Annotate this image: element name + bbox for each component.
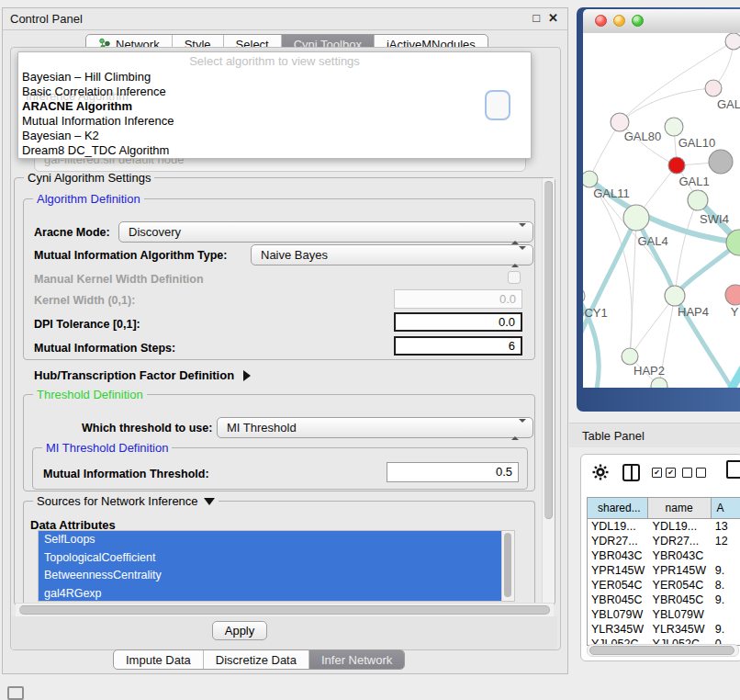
close-panel-icon[interactable]: ✕: [548, 11, 558, 25]
column-header-shared-name[interactable]: shared...: [588, 498, 647, 518]
mi-type-combo[interactable]: Naive Bayes: [251, 244, 533, 265]
network-edge[interactable]: [620, 88, 713, 122]
table-row[interactable]: YBR045CYBR045C9.: [588, 593, 740, 607]
aracne-mode-combo[interactable]: Discovery: [118, 221, 533, 243]
network-canvas[interactable]: GALGAL80GAL10GAL1GAL11SWI4GAL4HAP4YGCY1H…: [583, 33, 740, 388]
table-row[interactable]: YBR043CYBR043C: [588, 548, 740, 563]
which-threshold-label: Which threshold to use:: [82, 422, 212, 435]
sources-group-label: Sources for Network Inference: [37, 494, 198, 508]
table-panel-card: ✔ ✔ shared... name A YDL19...YDL19...13 …: [580, 454, 740, 661]
mi-type-value: Naive Bayes: [261, 248, 328, 262]
column-header-a[interactable]: A: [711, 498, 740, 518]
network-node[interactable]: [725, 33, 740, 50]
scrollbar-thumb[interactable]: [589, 646, 734, 655]
restore-panel-icon[interactable]: [7, 686, 24, 700]
menu-item-dream8[interactable]: Dream8 DC_TDC Algorithm: [18, 143, 531, 158]
apply-strip: [12, 616, 557, 649]
tab-impute-data[interactable]: Impute Data: [114, 650, 203, 669]
network-node[interactable]: [611, 113, 629, 131]
network-node-label: Y: [731, 305, 739, 319]
close-window-icon[interactable]: [595, 15, 607, 27]
network-node[interactable]: [665, 118, 683, 136]
dpi-tolerance-input[interactable]: 0.0: [394, 312, 522, 332]
network-node[interactable]: [623, 205, 649, 231]
kernel-width-input[interactable]: 0.0: [394, 289, 522, 309]
network-window-titlebar[interactable]: [583, 9, 740, 34]
network-node[interactable]: [688, 190, 708, 210]
table-horizontal-scrollbar[interactable]: [587, 644, 739, 657]
network-node[interactable]: [583, 171, 598, 187]
network-edge[interactable]: [630, 296, 675, 356]
aracne-mode-value: Discovery: [129, 225, 181, 239]
table-row[interactable]: YER054CYER054C8.: [588, 578, 740, 593]
mi-threshold-group-title: MI Threshold Definition: [42, 441, 172, 455]
settings-vertical-scrollbar[interactable]: [542, 178, 555, 603]
mi-threshold-input[interactable]: 0.5: [387, 462, 519, 482]
table-row[interactable]: YDR27...YDR27...12: [588, 534, 740, 548]
network-node[interactable]: [583, 288, 585, 304]
network-node-label: HAP2: [633, 364, 665, 378]
attribute-gal4rgexp[interactable]: gal4RGexp: [39, 585, 502, 603]
network-node[interactable]: [709, 150, 733, 174]
which-threshold-combo[interactable]: MI Threshold: [217, 417, 533, 438]
zoom-window-icon[interactable]: [632, 15, 644, 27]
table-row[interactable]: YBL079WYBL079W: [588, 607, 740, 622]
attribute-betweennesscentrality[interactable]: BetweennessCentrality: [39, 567, 502, 585]
table-panel-titlebar[interactable]: Table Panel: [569, 423, 740, 447]
expand-arrow-icon[interactable]: [243, 370, 251, 381]
unchecked-box-icon: [682, 468, 692, 478]
kernel-width-label: Kernel Width (0,1):: [34, 294, 135, 307]
table-settings-gear-icon[interactable]: [592, 464, 609, 484]
column-header-name[interactable]: name: [647, 498, 711, 518]
network-edge[interactable]: [630, 218, 636, 356]
tab-infer-network[interactable]: Infer Network: [308, 650, 404, 669]
combo-stepper-icon: [511, 227, 526, 241]
deselect-all-icon[interactable]: [682, 468, 706, 478]
algorithm-placeholder: Select algorithm to view settings: [18, 54, 531, 70]
collapse-arrow-icon[interactable]: [204, 498, 215, 505]
table-panel-title: Table Panel: [582, 429, 645, 443]
checked-box-icon: ✔: [666, 468, 676, 478]
network-node[interactable]: [668, 157, 685, 174]
table-row[interactable]: YLR345WYLR345W9.: [588, 622, 740, 637]
network-node-label: GAL11: [593, 186, 630, 200]
data-attributes-list[interactable]: SelfLoops TopologicalCoefficient Between…: [38, 530, 515, 602]
menu-item-mutual-information[interactable]: Mutual Information Inference: [18, 114, 531, 129]
table-row[interactable]: YDL19...YDL19...13: [588, 519, 740, 534]
tab-infer-network-label: Infer Network: [321, 653, 392, 667]
menu-item-basic-correlation[interactable]: Basic Correlation Inference: [18, 85, 531, 99]
control-panel-titlebar[interactable]: Control Panel: [3, 8, 567, 30]
network-node[interactable]: [725, 285, 740, 305]
manual-kernel-checkbox[interactable]: [508, 271, 521, 284]
unchecked-box-icon: [696, 468, 706, 478]
sources-group-title[interactable]: Sources for Network Inference: [33, 494, 219, 508]
tab-discretize-data[interactable]: Discretize Data: [203, 650, 308, 669]
attribute-selfloops[interactable]: SelfLoops: [39, 531, 502, 549]
attributes-scrollbar[interactable]: [501, 531, 514, 601]
network-node-label: GAL: [717, 97, 740, 111]
settings-horizontal-scrollbar[interactable]: [16, 603, 554, 616]
mi-steps-input[interactable]: 6: [394, 336, 522, 356]
float-panel-icon[interactable]: □: [533, 11, 540, 25]
show-columns-icon[interactable]: [622, 464, 640, 481]
application-root: Control Panel □ ✕ Network: [0, 0, 740, 700]
node-attribute-table: shared... name A YDL19...YDL19...13 YDR2…: [587, 497, 740, 646]
minimize-window-icon[interactable]: [613, 15, 625, 27]
scrollbar-thumb[interactable]: [19, 605, 550, 615]
aracne-mode-label: Aracne Mode:: [34, 226, 110, 239]
network-node[interactable]: [705, 80, 722, 96]
attribute-topologicalcoefficient[interactable]: TopologicalCoefficient: [39, 549, 502, 568]
network-node[interactable]: [622, 348, 638, 365]
menu-item-bayesian-hill-climbing[interactable]: Bayesian – Hill Climbing: [18, 70, 531, 85]
network-node-label: GAL80: [624, 130, 661, 143]
menu-item-aracne[interactable]: ARACNE Algorithm: [18, 99, 531, 114]
network-node[interactable]: [665, 286, 685, 306]
select-all-icon[interactable]: ✔ ✔: [652, 468, 676, 478]
scrollbar-thumb[interactable]: [544, 181, 553, 519]
apply-button[interactable]: Apply: [212, 621, 267, 640]
menu-item-bayesian-k2[interactable]: Bayesian – K2: [18, 129, 531, 143]
table-row[interactable]: YPR145WYPR145W9.: [588, 563, 740, 578]
new-table-icon[interactable]: [726, 460, 740, 479]
network-node[interactable]: [651, 378, 667, 388]
hub-definition-toggle[interactable]: Hub/Transcription Factor Definition: [34, 368, 251, 382]
